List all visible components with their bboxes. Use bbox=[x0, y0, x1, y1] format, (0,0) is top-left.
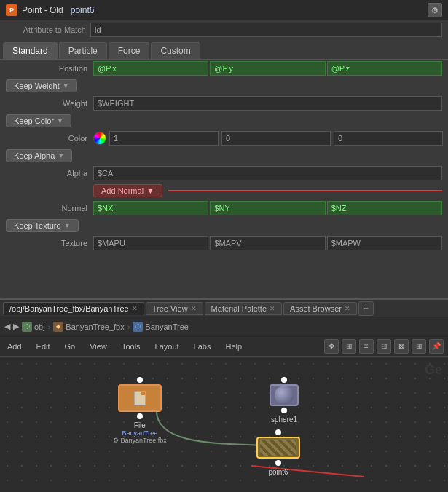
position-row: Position bbox=[0, 60, 448, 77]
keep-alpha-button[interactable]: Keep Alpha ▼ bbox=[6, 149, 72, 162]
keep-texture-button[interactable]: Keep Texture ▼ bbox=[6, 219, 79, 232]
keep-color-button[interactable]: Keep Color ▼ bbox=[6, 114, 71, 127]
breadcrumb-sep1: › bbox=[48, 322, 51, 331]
nav-forward-button[interactable]: ▶ bbox=[13, 322, 19, 331]
settings-button[interactable]: ⚙ bbox=[428, 3, 442, 17]
color-value1-input[interactable] bbox=[109, 131, 219, 146]
keep-weight-arrow: ▼ bbox=[63, 82, 69, 90]
toolbar-layout[interactable]: Layout bbox=[152, 341, 182, 352]
normal-y-input[interactable] bbox=[210, 201, 325, 215]
list-icon[interactable]: ≡ bbox=[359, 339, 374, 354]
position-y-input[interactable] bbox=[210, 61, 325, 76]
normal-z-input[interactable] bbox=[327, 201, 442, 215]
node-tab-banyan[interactable]: /obj/BanyanTree_fbx/BanyanTree ✕ bbox=[3, 302, 144, 315]
keep-alpha-arrow: ▼ bbox=[58, 152, 64, 159]
alpha-input[interactable] bbox=[93, 166, 442, 180]
tab-force[interactable]: Force bbox=[109, 42, 150, 59]
node-tab-treeview[interactable]: Tree View ✕ bbox=[146, 302, 203, 315]
texture-v-input[interactable] bbox=[210, 236, 325, 250]
texture-row: Texture bbox=[0, 234, 448, 252]
add-normal-arrow: ▼ bbox=[146, 186, 154, 195]
breadcrumb-tree[interactable]: ⬡ BanyanTree bbox=[133, 322, 189, 332]
home-icon[interactable]: ⬡ obj bbox=[22, 322, 45, 332]
weight-row: Weight bbox=[0, 95, 448, 112]
keep-alpha-row: Keep Alpha ▼ bbox=[0, 147, 448, 164]
node-tab-material-close[interactable]: ✕ bbox=[270, 305, 275, 312]
node-canvas[interactable]: Ge File BanyanTree bbox=[0, 357, 448, 492]
title-bar: P Point - Old point6 ⚙ bbox=[0, 0, 448, 20]
file-node-label: File bbox=[134, 421, 146, 429]
weight-input[interactable] bbox=[93, 96, 442, 111]
toolbar-add[interactable]: Add bbox=[4, 341, 25, 352]
node-tab-asset-close[interactable]: ✕ bbox=[345, 305, 350, 312]
point-img bbox=[260, 440, 296, 456]
attribute-match-input[interactable] bbox=[90, 23, 442, 37]
tab-standard[interactable]: Standard bbox=[3, 42, 58, 59]
connection-lines bbox=[0, 357, 448, 492]
keep-weight-row: Keep Weight ▼ bbox=[0, 77, 448, 95]
attribute-match-row: Attribute to Match bbox=[0, 20, 448, 39]
normal-x-input[interactable] bbox=[93, 201, 208, 215]
color-label: Color bbox=[6, 134, 93, 143]
view-5-icon[interactable]: ⊠ bbox=[394, 339, 409, 354]
toolbar-go[interactable]: Go bbox=[62, 341, 79, 352]
ge-watermark: Ge bbox=[425, 362, 442, 378]
add-normal-button[interactable]: Add Normal ▼ bbox=[93, 184, 162, 197]
node-tab-treeview-close[interactable]: ✕ bbox=[191, 305, 197, 312]
settings-icon: ⚙ bbox=[431, 6, 439, 15]
tab-custom[interactable]: Custom bbox=[151, 42, 200, 59]
toolbar-edit[interactable]: Edit bbox=[34, 341, 53, 352]
color-field bbox=[93, 131, 443, 146]
alpha-inputs bbox=[93, 166, 442, 180]
point-node-box[interactable] bbox=[256, 437, 300, 459]
node-editor-tabs: /obj/BanyanTree_fbx/BanyanTree ✕ Tree Vi… bbox=[0, 300, 448, 317]
toolbar-help[interactable]: Help bbox=[222, 341, 245, 352]
node-type-icon: P bbox=[6, 4, 17, 16]
snap-icon[interactable]: ✥ bbox=[324, 339, 339, 354]
keep-color-label: Keep Color bbox=[14, 116, 54, 125]
keep-weight-button[interactable]: Keep Weight ▼ bbox=[6, 79, 77, 92]
point-node-label: point6 bbox=[268, 468, 288, 476]
node-tab-asset[interactable]: Asset Browser ✕ bbox=[283, 302, 357, 315]
color-value3-input[interactable] bbox=[334, 131, 443, 146]
pin-icon[interactable]: 📌 bbox=[429, 339, 444, 354]
file-node[interactable]: File BanyanTree ⚙ BanyanTree.fbx bbox=[113, 377, 167, 444]
sphere-img bbox=[275, 386, 294, 405]
position-x-input[interactable] bbox=[93, 61, 208, 76]
title-node-name: point6 bbox=[71, 5, 95, 15]
node-tab-material[interactable]: Material Palette ✕ bbox=[205, 302, 282, 315]
weight-label: Weight bbox=[6, 99, 93, 108]
sphere-node-label: sphere1 bbox=[271, 416, 297, 424]
breadcrumb-fbx[interactable]: ◆ BanyanTree_fbx bbox=[53, 322, 124, 332]
node-tab-banyan-label: /obj/BanyanTree_fbx/BanyanTree bbox=[9, 304, 129, 313]
keep-texture-row: Keep Texture ▼ bbox=[0, 217, 448, 234]
node-tab-banyan-close[interactable]: ✕ bbox=[132, 305, 138, 312]
file-node-filename: ⚙ BanyanTree.fbx bbox=[113, 437, 167, 444]
alpha-label: Alpha bbox=[6, 169, 93, 178]
nav-back-button[interactable]: ◀ bbox=[4, 322, 10, 331]
point-node[interactable]: point6 bbox=[256, 429, 300, 476]
node-tab-material-label: Material Palette bbox=[211, 304, 267, 313]
alpha-row: Alpha bbox=[0, 164, 448, 182]
view-4-icon[interactable]: ⊟ bbox=[377, 339, 391, 354]
color-row: Color bbox=[0, 130, 448, 147]
tab-particle[interactable]: Particle bbox=[59, 42, 107, 59]
keep-weight-label: Keep Weight bbox=[14, 82, 60, 90]
position-z-input[interactable] bbox=[327, 61, 442, 76]
add-tab-button[interactable]: + bbox=[358, 301, 374, 316]
breadcrumb-bar: ◀ ▶ ⬡ obj › ◆ BanyanTree_fbx › ⬡ BanyanT… bbox=[0, 317, 448, 336]
network-icon[interactable]: ⊞ bbox=[412, 339, 426, 354]
toolbar-tools[interactable]: Tools bbox=[119, 341, 144, 352]
toolbar-view[interactable]: View bbox=[87, 341, 110, 352]
toolbar-labs[interactable]: Labs bbox=[191, 341, 214, 352]
file-node-box[interactable] bbox=[118, 384, 162, 412]
sphere-node-box[interactable] bbox=[270, 384, 299, 406]
color-value2-input[interactable] bbox=[221, 131, 331, 146]
grid-icon[interactable]: ⊞ bbox=[342, 339, 356, 354]
texture-u-input[interactable] bbox=[93, 236, 208, 250]
sphere-node[interactable]: sphere1 bbox=[270, 377, 299, 424]
color-wheel[interactable] bbox=[93, 132, 106, 145]
texture-w-input[interactable] bbox=[327, 236, 442, 250]
weight-inputs bbox=[93, 96, 442, 111]
normal-inputs bbox=[93, 201, 442, 215]
